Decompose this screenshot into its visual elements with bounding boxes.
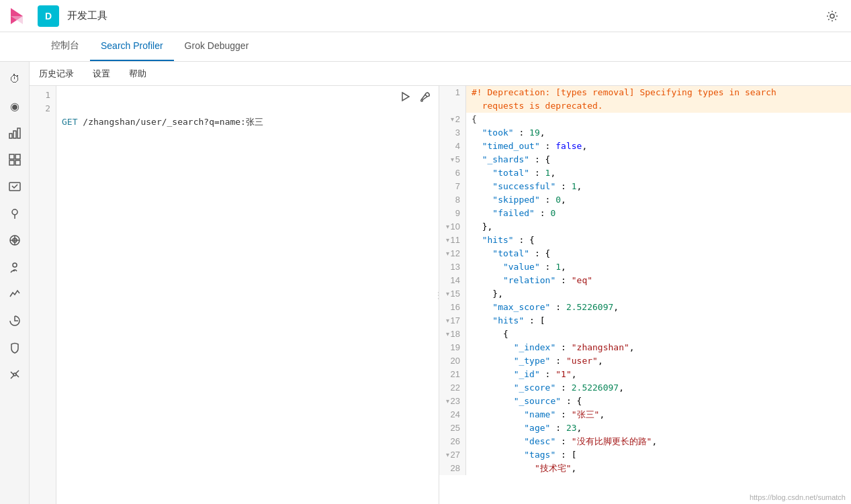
svg-rect-7 [9, 160, 14, 165]
sidebar-icon-visualize[interactable] [3, 121, 27, 145]
out-line-23: ▾ 23 "_source" : { [439, 395, 851, 408]
sidebar-icon-apm[interactable] [3, 309, 27, 333]
toolbar: 历史记录 设置 帮助 [30, 62, 851, 86]
app-title: 开发工具 [67, 9, 821, 22]
svg-rect-6 [15, 154, 20, 159]
out-line-12: ▾ 12 "total" : { [439, 247, 851, 260]
sidebar: ⏱ ◉ [0, 62, 30, 504]
out-line-20: 20 "_type" : "user", [439, 354, 851, 368]
out-line-24: 24 "name" : "张三", [439, 408, 851, 421]
settings-icon[interactable] [821, 5, 843, 27]
out-line-13: 13 "value" : 1, [439, 260, 851, 274]
tab-grok-debugger[interactable]: Grok Debugger [174, 32, 260, 61]
out-line-8: 8 "skipped" : 0, [439, 193, 851, 207]
topbar: D 开发工具 [0, 0, 851, 32]
out-line-2: ▾ 2 { [439, 113, 851, 126]
out-line-4: 4 "timed_out" : false, [439, 140, 851, 153]
output-scroll[interactable]: 1 #! Deprecation: [types removal] Specif… [439, 86, 851, 504]
out-line-3: 3 "took" : 19, [439, 126, 851, 140]
sidebar-icon-uptime[interactable] [3, 282, 27, 306]
left-line-numbers: 1 2 [30, 86, 56, 504]
sidebar-icon-discover[interactable]: ◉ [3, 94, 27, 118]
out-line-1b: requests is deprecated. [439, 99, 851, 113]
sidebar-icon-ml[interactable] [3, 228, 27, 252]
sidebar-icon-graph[interactable] [3, 255, 27, 279]
svg-rect-5 [9, 154, 14, 159]
main-area: ⏱ ◉ [0, 62, 851, 504]
left-editor-pane: 1 2 GET /zhangshan/user/_search?q=name:张… [30, 86, 439, 504]
out-line-18: ▾ 18 { [439, 327, 851, 341]
kibana-logo [8, 5, 30, 27]
out-line-26: 26 "desc" : "没有比脚更长的路", [439, 435, 851, 448]
wrench-button[interactable] [417, 89, 433, 105]
tabs-bar: 控制台 Search Profiler Grok Debugger [0, 32, 851, 62]
svg-rect-3 [13, 131, 16, 138]
sidebar-icon-devtools[interactable] [3, 362, 27, 387]
out-line-10: ▾ 10 }, [439, 220, 851, 234]
out-line-1: 1 #! Deprecation: [types removal] Specif… [439, 86, 851, 99]
right-output-pane: 1 #! Deprecation: [types removal] Specif… [439, 86, 851, 504]
svg-point-10 [12, 209, 17, 215]
editor-area: 1 2 GET /zhangshan/user/_search?q=name:张… [30, 86, 851, 504]
svg-point-1 [830, 14, 834, 18]
svg-marker-15 [402, 93, 409, 101]
sidebar-icon-maps[interactable] [3, 201, 27, 225]
left-code-container[interactable]: 1 2 GET /zhangshan/user/_search?q=name:张… [30, 86, 439, 504]
resize-handle[interactable]: ⋮ [436, 86, 439, 504]
tab-search-profiler[interactable]: Search Profiler [90, 32, 174, 61]
out-line-28: 28 "技术宅", [439, 462, 851, 475]
sidebar-icon-siem[interactable] [3, 336, 27, 360]
svg-rect-4 [17, 128, 20, 138]
out-line-5: ▾ 5 "_shards" : { [439, 153, 851, 166]
tab-console[interactable]: 控制台 [40, 32, 90, 61]
sidebar-icon-home[interactable]: ⏱ [3, 67, 27, 91]
out-line-7: 7 "successful" : 1, [439, 180, 851, 193]
out-line-27: ▾ 27 "tags" : [ [439, 448, 851, 462]
out-line-16: 16 "max_score" : 2.5226097, [439, 301, 851, 314]
avatar-button[interactable]: D [38, 5, 59, 27]
svg-point-14 [13, 373, 16, 376]
line-num-1: 1 [35, 89, 50, 102]
out-line-14: 14 "relation" : "eq" [439, 274, 851, 287]
out-line-25: 25 "age" : 23, [439, 421, 851, 435]
left-pane-toolbar [397, 89, 433, 105]
toolbar-help[interactable]: 帮助 [125, 65, 150, 83]
out-line-9: 9 "failed" : 0 [439, 207, 851, 220]
out-line-21: 21 "_id" : "1", [439, 368, 851, 381]
out-line-6: 6 "total" : 1, [439, 166, 851, 180]
run-button[interactable] [397, 89, 413, 105]
left-code-content[interactable]: GET /zhangshan/user/_search?q=name:张三 [56, 86, 439, 504]
svg-rect-8 [15, 160, 20, 165]
line-num-2: 2 [35, 102, 50, 115]
left-line-2 [62, 156, 433, 169]
sidebar-icon-dashboard[interactable] [3, 148, 27, 172]
out-line-11: ▾ 11 "hits" : { [439, 234, 851, 247]
left-line-1: GET /zhangshan/user/_search?q=name:张三 [62, 115, 433, 129]
out-line-17: ▾ 17 "hits" : [ [439, 314, 851, 327]
out-line-22: 22 "_score" : 2.5226097, [439, 381, 851, 395]
svg-rect-2 [9, 134, 12, 138]
toolbar-history[interactable]: 历史记录 [35, 65, 78, 83]
out-line-19: 19 "_index" : "zhangshan", [439, 341, 851, 354]
out-line-15: ▾ 15 }, [439, 287, 851, 301]
svg-point-13 [13, 263, 17, 267]
content-area: 历史记录 设置 帮助 1 2 GET /zhangshan/user/_sear… [30, 62, 851, 504]
sidebar-icon-canvas[interactable] [3, 174, 27, 199]
toolbar-settings[interactable]: 设置 [89, 65, 114, 83]
